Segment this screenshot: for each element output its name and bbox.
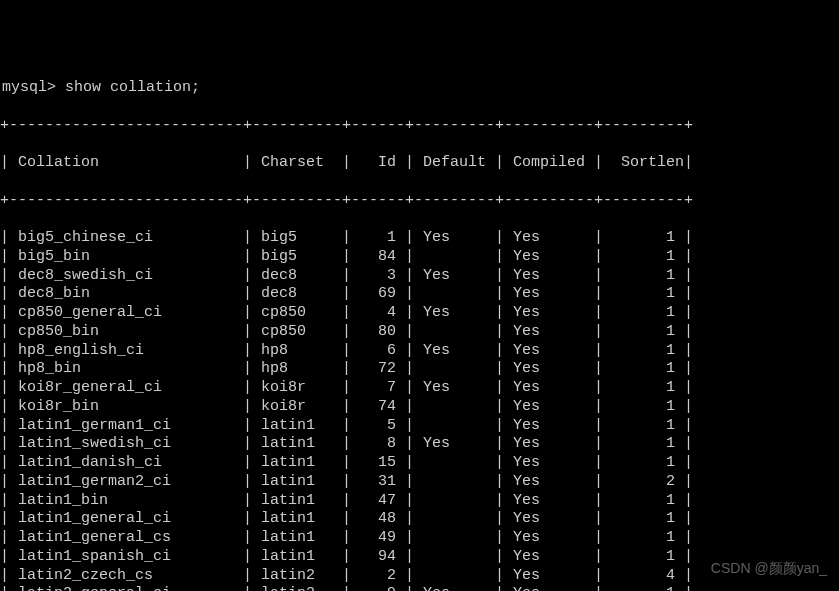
table-row: | cp850_general_ci | cp850 | 4 | Yes | Y… bbox=[0, 304, 839, 323]
header-collation: Collation bbox=[18, 154, 189, 173]
table-row: | latin1_bin | latin1 | 47 | | Yes | 1 | bbox=[0, 492, 839, 511]
header-default: Default bbox=[423, 154, 495, 173]
table-row: | latin2_general_ci | latin2 | 9 | Yes |… bbox=[0, 585, 839, 591]
table-row: | latin1_swedish_ci | latin1 | 8 | Yes |… bbox=[0, 435, 839, 454]
table-header-row: | Collation | Charset | Id | Default| Co… bbox=[0, 154, 839, 173]
table-row: | cp850_bin | cp850 | 80 | | Yes | 1 | bbox=[0, 323, 839, 342]
header-sortlen: Sortlen bbox=[612, 154, 684, 173]
table-body: | big5_chinese_ci | big5 | 1 | Yes | Yes… bbox=[0, 229, 839, 591]
table-row: | hp8_english_ci | hp8 | 6 | Yes | Yes |… bbox=[0, 342, 839, 361]
table-row: | hp8_bin | hp8 | 72 | | Yes | 1 | bbox=[0, 360, 839, 379]
header-id: Id bbox=[360, 154, 396, 173]
table-row: | koi8r_general_ci | koi8r | 7 | Yes | Y… bbox=[0, 379, 839, 398]
table-row: | dec8_swedish_ci | dec8 | 3 | Yes | Yes… bbox=[0, 267, 839, 286]
table-row: | latin1_german2_ci | latin1 | 31 | | Ye… bbox=[0, 473, 839, 492]
watermark-text: CSDN @颜颜yan_ bbox=[711, 560, 827, 578]
table-row: | latin1_general_ci | latin1 | 48 | | Ye… bbox=[0, 510, 839, 529]
table-row: | latin1_general_cs | latin1 | 49 | | Ye… bbox=[0, 529, 839, 548]
header-compiled: Compiled bbox=[513, 154, 594, 173]
table-row: | latin1_danish_ci | latin1 | 15 | | Yes… bbox=[0, 454, 839, 473]
mysql-prompt: mysql> show collation; bbox=[0, 79, 839, 98]
table-row: | big5_bin | big5 | 84 | | Yes | 1 | bbox=[0, 248, 839, 267]
table-row: | latin1_german1_ci | latin1 | 5 | | Yes… bbox=[0, 417, 839, 436]
table-row: | koi8r_bin | koi8r | 74 | | Yes | 1 | bbox=[0, 398, 839, 417]
table-top-border: +--------------------------+----------+-… bbox=[0, 117, 839, 136]
header-charset: Charset bbox=[261, 154, 324, 173]
table-row: | big5_chinese_ci | big5 | 1 | Yes | Yes… bbox=[0, 229, 839, 248]
table-header-border: +--------------------------+----------+-… bbox=[0, 192, 839, 211]
table-row: | dec8_bin | dec8 | 69 | | Yes | 1 | bbox=[0, 285, 839, 304]
